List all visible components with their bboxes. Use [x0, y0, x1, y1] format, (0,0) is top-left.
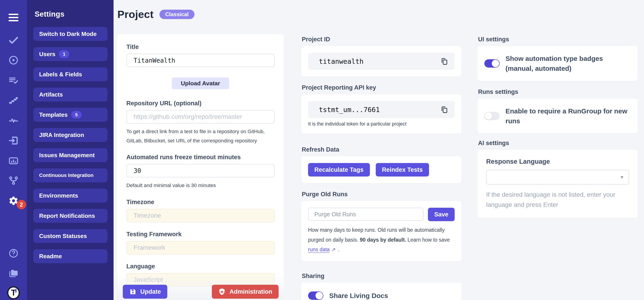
freeze-timeout-input[interactable]: [126, 164, 274, 177]
general-settings-column: Title Upload Avatar Repository URL (opti…: [117, 34, 284, 300]
api-key-field: tstmt_um...7661: [308, 101, 455, 118]
project-id-field: titanwealth: [308, 53, 455, 70]
avatar-row: Upload Avatar: [126, 77, 274, 89]
timezone-input[interactable]: [126, 209, 274, 222]
ui-settings-card: Show automation type badges (manual, aut…: [478, 46, 638, 81]
title-label: Title: [126, 44, 274, 50]
sidebar-title: Settings: [35, 10, 114, 18]
rungroup-label: Enable to require a RunGroup for new run…: [506, 106, 631, 126]
project-id-card: titanwealth: [301, 46, 462, 77]
runs-play-circle-icon[interactable]: [7, 54, 20, 66]
sidebar-footer: Switch to Dark Mode: [33, 27, 108, 300]
framework-group: Testing Framework: [126, 231, 274, 254]
page-header: Project Classical: [118, 8, 194, 20]
settings-sidebar: Settings Project 3 Users 1 Labels & Fiel…: [27, 0, 114, 300]
title-group: Title: [126, 44, 274, 67]
purge-save-button[interactable]: Save: [428, 208, 455, 221]
api-key-value: tstmt_um...7661: [319, 106, 380, 114]
update-button[interactable]: Update: [123, 285, 167, 299]
runs-settings-label: Runs settings: [478, 88, 638, 95]
share-living-docs-row: Share Living Docs: [308, 291, 455, 300]
caret-down-icon: ▾: [620, 174, 623, 180]
switch-dark-mode-button[interactable]: Switch to Dark Mode: [33, 27, 108, 41]
framework-label: Testing Framework: [126, 231, 274, 238]
git-fork-icon[interactable]: [7, 174, 20, 187]
framework-input[interactable]: [126, 241, 274, 254]
copy-icon: [440, 105, 448, 114]
response-language-help: If the desired language is not listed, e…: [486, 189, 629, 210]
toggle-knob: [316, 292, 323, 299]
api-key-help: It is the individual token for a particu…: [308, 121, 455, 127]
timezone-group: Timezone: [126, 199, 274, 222]
list-check-icon[interactable]: [7, 74, 20, 87]
repository-url-group: Repository URL (optional) To get a direc…: [126, 100, 274, 145]
repository-url-label: Repository URL (optional): [126, 100, 274, 107]
share-living-docs-toggle[interactable]: [308, 292, 323, 300]
app-window: 2 T Settings Project 3 Users 1 Labels & …: [0, 0, 644, 300]
rungroup-toggle[interactable]: [484, 112, 500, 120]
copy-icon: [440, 57, 448, 66]
refresh-data-section: Refresh Data Recalculate Tags Reindex Te…: [301, 146, 462, 183]
reindex-tests-button[interactable]: Reindex Tests: [376, 163, 429, 176]
annotation-mark-2: 2: [17, 200, 26, 209]
language-label: Language: [126, 263, 274, 270]
repository-url-input[interactable]: [126, 110, 274, 124]
sign-in-icon[interactable]: [7, 134, 20, 147]
automation-badges-label: Show automation type badges (manual, aut…: [506, 54, 631, 73]
general-settings-card: Title Upload Avatar Repository URL (opti…: [117, 34, 284, 300]
refresh-buttons-row: Recalculate Tags Reindex Tests: [308, 163, 455, 176]
refresh-data-label: Refresh Data: [302, 146, 462, 153]
freeze-timeout-help: Default and minimal value is 30 minutes: [126, 181, 274, 190]
runs-data-link[interactable]: runs data: [308, 247, 330, 253]
help-icon[interactable]: [7, 247, 20, 260]
sharing-card: Share Living Docs https://beta.testomat.…: [301, 283, 462, 300]
runs-settings-card: Enable to require a RunGroup for new run…: [478, 99, 638, 133]
project-id-section: Project ID titanwealth: [301, 36, 462, 77]
external-link-arrow-icon: ↗: [332, 247, 336, 252]
freeze-timeout-label: Automated runs freeze timeout minutes: [126, 154, 274, 161]
ui-settings-label: UI settings: [478, 36, 638, 43]
save-icon: [129, 288, 137, 296]
rungroup-row: Enable to require a RunGroup for new run…: [484, 106, 631, 126]
copy-project-id-button[interactable]: [440, 56, 449, 66]
gear-icon[interactable]: 2: [7, 194, 20, 207]
refresh-data-card: Recalculate Tags Reindex Tests: [301, 156, 462, 183]
ai-settings-section: AI settings Response Language ▾ If the d…: [478, 140, 638, 218]
runs-settings-section: Runs settings Enable to require a RunGro…: [478, 88, 638, 133]
pulse-icon[interactable]: [7, 114, 20, 127]
ai-settings-card: Response Language ▾ If the desired langu…: [478, 150, 638, 218]
toggle-knob: [485, 112, 492, 120]
testomat-logo[interactable]: T: [7, 287, 20, 299]
upload-avatar-button[interactable]: Upload Avatar: [172, 77, 229, 89]
administration-button[interactable]: Administration: [212, 285, 278, 299]
timezone-label: Timezone: [126, 199, 274, 206]
purge-days-input[interactable]: [308, 208, 424, 221]
project-type-badge: Classical: [160, 10, 194, 19]
recalculate-tags-button[interactable]: Recalculate Tags: [308, 163, 370, 176]
project-id-value: titanwealth: [319, 57, 364, 65]
page-title: Project: [118, 8, 154, 20]
logo-avatar: T: [7, 286, 20, 299]
steps-icon[interactable]: [7, 94, 20, 107]
automation-badges-row: Show automation type badges (manual, aut…: [484, 54, 631, 73]
copy-api-key-button[interactable]: [440, 105, 449, 115]
settings-toggles-column: UI settings Show automation type badges …: [478, 34, 638, 218]
tests-check-icon[interactable]: [7, 34, 20, 47]
bar-chart-icon[interactable]: [7, 154, 20, 167]
title-input[interactable]: [126, 54, 274, 67]
project-meta-column: Project ID titanwealth Project Reporting…: [301, 34, 462, 300]
form-footer: Update Administration: [117, 275, 284, 300]
repository-url-help: To get a direct link from a test to file…: [126, 127, 274, 145]
api-key-label: Project Reporting API key: [302, 84, 462, 91]
optional-hint: (optional): [174, 100, 202, 107]
menu-icon[interactable]: [7, 11, 20, 24]
purge-help: How many days to keep runs. Old runs wil…: [308, 225, 455, 255]
response-language-select[interactable]: ▾: [486, 170, 629, 185]
response-language-label: Response Language: [486, 158, 629, 165]
folder-icon[interactable]: [7, 267, 20, 279]
shield-icon: [218, 288, 226, 296]
toggle-knob: [492, 60, 499, 67]
purge-input-row: Save: [308, 208, 455, 221]
sharing-label: Sharing: [302, 273, 462, 280]
automation-badges-toggle[interactable]: [484, 59, 500, 68]
